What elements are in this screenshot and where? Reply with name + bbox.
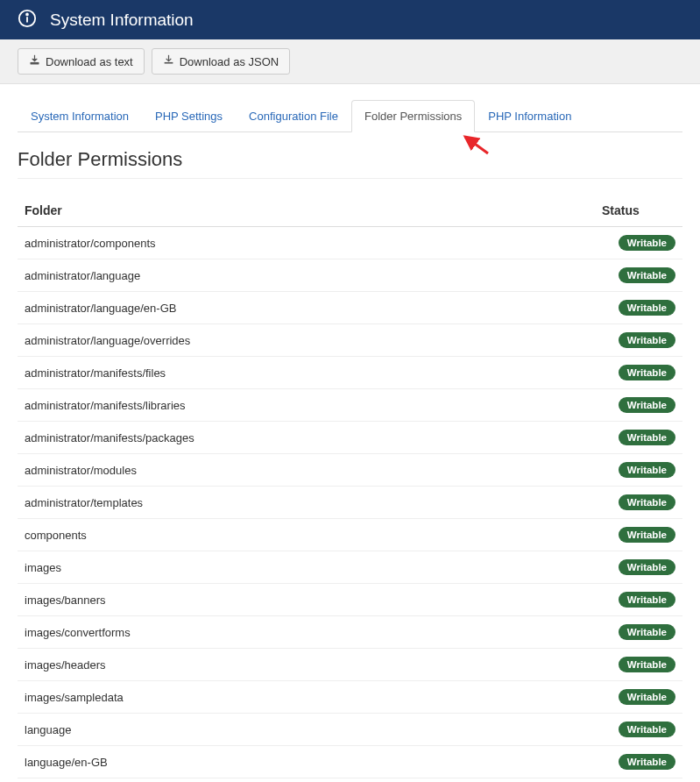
status-cell: Writable — [595, 584, 682, 616]
tab-configuration-file[interactable]: Configuration File — [236, 100, 351, 132]
tab-folder-permissions[interactable]: Folder Permissions — [351, 100, 475, 132]
folder-cell: administrator/manifests/files — [18, 357, 595, 389]
status-cell: Writable — [595, 324, 682, 357]
status-cell: Writable — [595, 357, 682, 389]
table-row: administrator/manifests/packagesWritable — [18, 422, 682, 454]
header-title: System Information — [50, 11, 194, 30]
status-badge: Writable — [619, 624, 675, 640]
col-folder: Folder — [18, 195, 595, 227]
folder-cell: images/sampledata — [18, 681, 595, 714]
folder-cell: administrator/language/en-GB — [18, 292, 595, 324]
table-row: administrator/language/overridesWritable — [18, 324, 682, 357]
content: Folder Permissions Folder Status adminis… — [0, 132, 700, 782]
annotation-arrow — [460, 133, 490, 158]
status-badge: Writable — [619, 332, 675, 348]
status-cell: Writable — [595, 714, 682, 746]
folder-cell: administrator/manifests/packages — [18, 422, 595, 454]
folder-cell: language/overrides — [18, 778, 595, 783]
folder-cell: administrator/templates — [18, 487, 595, 519]
tab-php-settings[interactable]: PHP Settings — [142, 100, 236, 132]
toolbar: Download as text Download as JSON — [0, 39, 700, 84]
folder-cell: administrator/language — [18, 259, 595, 292]
title-divider — [18, 178, 682, 179]
permissions-table: Folder Status administrator/componentsWr… — [18, 195, 682, 782]
table-row: imagesWritable — [18, 551, 682, 584]
table-row: administrator/languageWritable — [18, 259, 682, 292]
folder-cell: administrator/language/overrides — [18, 324, 595, 357]
tabs: System InformationPHP SettingsConfigurat… — [18, 100, 682, 132]
table-row: administrator/componentsWritable — [18, 227, 682, 259]
svg-rect-4 — [164, 62, 173, 64]
status-badge: Writable — [619, 559, 675, 575]
download-icon — [29, 54, 40, 68]
status-badge: Writable — [619, 397, 675, 413]
table-row: componentsWritable — [18, 519, 682, 551]
status-cell: Writable — [595, 259, 682, 292]
status-badge: Writable — [619, 494, 675, 510]
status-cell: Writable — [595, 454, 682, 487]
status-badge: Writable — [619, 527, 675, 543]
status-badge: Writable — [619, 657, 675, 672]
tab-php-information[interactable]: PHP Information — [475, 100, 584, 132]
download-json-button[interactable]: Download as JSON — [152, 48, 290, 75]
download-text-button[interactable]: Download as text — [18, 48, 145, 75]
table-row: language/en-GBWritable — [18, 746, 682, 778]
page-title: Folder Permissions — [18, 148, 682, 171]
download-json-label: Download as JSON — [180, 55, 279, 68]
folder-cell: language/en-GB — [18, 746, 595, 778]
table-row: images/convertformsWritable — [18, 616, 682, 649]
status-badge: Writable — [619, 689, 675, 705]
svg-point-2 — [26, 14, 28, 16]
col-status: Status — [595, 195, 682, 227]
status-cell: Writable — [595, 778, 682, 783]
status-badge: Writable — [619, 300, 675, 316]
status-cell: Writable — [595, 389, 682, 422]
table-row: administrator/manifests/librariesWritabl… — [18, 389, 682, 422]
folder-cell: components — [18, 519, 595, 551]
download-text-label: Download as text — [46, 55, 133, 68]
folder-cell: administrator/modules — [18, 454, 595, 487]
status-cell: Writable — [595, 649, 682, 681]
table-row: languageWritable — [18, 714, 682, 746]
svg-rect-3 — [31, 62, 39, 64]
tabs-container: System InformationPHP SettingsConfigurat… — [0, 100, 700, 132]
status-badge: Writable — [619, 592, 675, 608]
status-badge: Writable — [619, 754, 675, 770]
status-cell: Writable — [595, 616, 682, 649]
status-cell: Writable — [595, 746, 682, 778]
status-badge: Writable — [619, 365, 675, 380]
table-row: images/bannersWritable — [18, 584, 682, 616]
status-badge: Writable — [619, 462, 675, 478]
status-cell: Writable — [595, 551, 682, 584]
status-cell: Writable — [595, 681, 682, 714]
folder-cell: images/banners — [18, 584, 595, 616]
folder-cell: images/headers — [18, 649, 595, 681]
page-header: System Information — [0, 0, 700, 39]
status-badge: Writable — [619, 235, 675, 251]
table-row: images/sampledataWritable — [18, 681, 682, 714]
info-icon — [18, 9, 37, 31]
status-cell: Writable — [595, 519, 682, 551]
status-badge: Writable — [619, 722, 675, 737]
status-badge: Writable — [619, 430, 675, 445]
table-row: administrator/language/en-GBWritable — [18, 292, 682, 324]
status-cell: Writable — [595, 487, 682, 519]
folder-cell: images — [18, 551, 595, 584]
table-row: administrator/modulesWritable — [18, 454, 682, 487]
status-cell: Writable — [595, 227, 682, 259]
table-row: administrator/templatesWritable — [18, 487, 682, 519]
status-cell: Writable — [595, 292, 682, 324]
table-row: images/headersWritable — [18, 649, 682, 681]
status-badge: Writable — [619, 267, 675, 283]
status-cell: Writable — [595, 422, 682, 454]
download-icon — [163, 54, 174, 68]
tab-system-information[interactable]: System Information — [18, 100, 142, 132]
folder-cell: images/convertforms — [18, 616, 595, 649]
table-header-row: Folder Status — [18, 195, 682, 227]
folder-cell: administrator/manifests/libraries — [18, 389, 595, 422]
table-row: administrator/manifests/filesWritable — [18, 357, 682, 389]
folder-cell: administrator/components — [18, 227, 595, 259]
folder-cell: language — [18, 714, 595, 746]
table-row: language/overridesWritable — [18, 778, 682, 783]
